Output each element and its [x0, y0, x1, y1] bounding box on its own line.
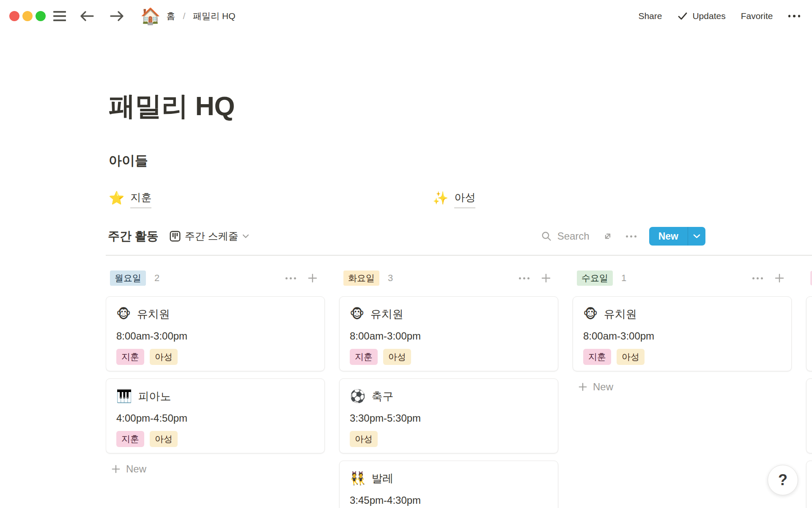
- board-card[interactable]: 🎹 피아노 4:00pm-4:50pm 지훈 아성: [106, 378, 325, 453]
- column-label-tag: [810, 271, 812, 285]
- view-name: 주간 스케줄: [185, 229, 239, 243]
- column-more-icon[interactable]: [285, 277, 296, 279]
- person-tag: 지훈: [116, 349, 144, 365]
- monkey-emoji-icon: 🐵: [583, 307, 598, 321]
- card-title: 유치원: [137, 307, 170, 321]
- topbar-actions: Share Updates Favorite: [638, 11, 800, 22]
- share-button[interactable]: Share: [638, 11, 662, 21]
- card-time: 3:45pm-4:30pm: [350, 494, 548, 507]
- updates-label: Updates: [692, 11, 725, 21]
- more-options-icon[interactable]: [788, 15, 801, 17]
- breadcrumb-current-page[interactable]: 패밀리 HQ: [193, 10, 235, 22]
- column-label-tag: 월요일: [110, 271, 146, 286]
- minimize-window-button[interactable]: [22, 11, 33, 21]
- column-add-icon[interactable]: [307, 273, 318, 284]
- soccer-ball-emoji-icon: ⚽: [350, 389, 365, 403]
- board-card[interactable]: 🐵 유치원 8:00am-3:00pm 지훈 아성: [573, 296, 792, 371]
- board-view: 월요일 2 🐵 유치원 8:00am-3:00pm 지훈 아성 🎹 피아노: [106, 267, 812, 508]
- person-tag: 지훈: [350, 349, 378, 365]
- person-tag: 지훈: [116, 431, 144, 447]
- chevron-down-icon: [242, 234, 249, 238]
- expand-view-icon[interactable]: [602, 231, 613, 242]
- collection-more-icon[interactable]: [626, 235, 636, 237]
- breadcrumb-separator: /: [183, 11, 185, 21]
- add-card-button[interactable]: New: [106, 462, 325, 476]
- dancers-emoji-icon: 👯: [350, 471, 365, 486]
- column-count: 2: [154, 273, 159, 284]
- child-page-links: ⭐ 지훈 ✨ 아성: [109, 188, 757, 208]
- sidebar-menu-icon[interactable]: [53, 11, 66, 21]
- collection-divider: [106, 255, 812, 256]
- search-button[interactable]: Search: [541, 230, 590, 242]
- card-time: 4:00pm-4:50pm: [116, 412, 314, 425]
- home-page-icon: 🏠: [140, 7, 160, 25]
- column-count: 3: [388, 273, 393, 284]
- card-time: 3:30pm-5:30pm: [350, 412, 548, 425]
- view-selector[interactable]: 주간 스케줄: [170, 229, 250, 243]
- column-header: 수요일 1: [573, 270, 792, 286]
- column-header: 월요일 2: [106, 270, 325, 286]
- board-card[interactable]: 🐵 유치원 8:00am-3:00pm 지훈 아성: [106, 296, 325, 371]
- card-time: 8:00am-3:00pm: [116, 330, 314, 342]
- board-column-tuesday: 화요일 3 🐵 유치원 8:00am-3:00pm 지훈 아성 ⚽ 축구: [339, 267, 558, 508]
- card-time: 8:00am-3:00pm: [350, 330, 548, 342]
- star-icon: ⭐: [109, 189, 124, 207]
- board-card[interactable]: 🐵 유치원 8:00am-3:00pm 지훈 아성: [339, 296, 558, 371]
- monkey-emoji-icon: 🐵: [116, 307, 131, 321]
- column-label-tag: 수요일: [577, 271, 613, 286]
- favorite-button[interactable]: Favorite: [741, 11, 773, 21]
- board-column-wednesday: 수요일 1 🐵 유치원 8:00am-3:00pm 지훈 아성 New: [573, 267, 792, 508]
- board-view-icon: [170, 231, 181, 242]
- page-link-jihoon[interactable]: ⭐ 지훈: [109, 188, 151, 208]
- person-tag: 아성: [383, 349, 411, 365]
- add-card-label: New: [126, 463, 146, 475]
- column-count: 1: [621, 273, 626, 284]
- board-card[interactable]: [806, 378, 812, 453]
- collection-header: 주간 활동 주간 스케줄 Search New: [108, 224, 705, 249]
- search-label: Search: [557, 230, 590, 242]
- page-link-label: 아성: [454, 188, 475, 208]
- breadcrumb: 🏠 홈 / 패밀리 HQ: [125, 7, 236, 25]
- window-topbar: 🏠 홈 / 패밀리 HQ Share Updates Favorite: [0, 0, 812, 32]
- search-icon: [541, 231, 552, 242]
- updates-button[interactable]: Updates: [677, 11, 725, 22]
- board-column-monday: 월요일 2 🐵 유치원 8:00am-3:00pm 지훈 아성 🎹 피아노: [106, 267, 325, 508]
- column-label-tag: 화요일: [343, 271, 379, 286]
- board-card[interactable]: 👯 발레 3:45pm-4:30pm: [339, 461, 558, 508]
- column-add-icon[interactable]: [774, 273, 785, 284]
- card-time: 8:00am-3:00pm: [583, 330, 781, 342]
- add-card-label: New: [593, 381, 613, 393]
- card-title: 유치원: [604, 307, 637, 321]
- window-controls: [9, 11, 46, 21]
- board-card[interactable]: ⚽ 축구 3:30pm-5:30pm 아성: [339, 378, 558, 453]
- monkey-emoji-icon: 🐵: [350, 307, 365, 321]
- new-button[interactable]: New: [649, 227, 705, 246]
- back-arrow-icon[interactable]: [79, 9, 96, 23]
- new-button-label[interactable]: New: [649, 227, 688, 246]
- new-button-chevron-icon[interactable]: [688, 227, 705, 246]
- person-tag: 아성: [617, 349, 645, 365]
- collection-title[interactable]: 주간 활동: [108, 228, 159, 244]
- page-link-aseong[interactable]: ✨ 아성: [433, 188, 475, 208]
- column-more-icon[interactable]: [752, 277, 763, 279]
- breadcrumb-home[interactable]: 홈: [166, 10, 175, 22]
- check-icon: [677, 11, 688, 22]
- board-card[interactable]: [806, 296, 812, 371]
- column-add-icon[interactable]: [540, 273, 551, 284]
- forward-arrow-icon[interactable]: [108, 9, 125, 23]
- close-window-button[interactable]: [9, 11, 19, 21]
- column-header: 화요일 3: [339, 270, 558, 286]
- board-card[interactable]: [806, 461, 812, 508]
- page-title[interactable]: 패밀리 HQ: [109, 88, 235, 124]
- card-title: 피아노: [138, 389, 171, 403]
- person-tag: 아성: [350, 431, 378, 447]
- person-tag: 지훈: [583, 349, 611, 365]
- section-heading[interactable]: 아이들: [109, 152, 148, 170]
- plus-icon: [111, 464, 121, 474]
- column-more-icon[interactable]: [519, 277, 529, 279]
- add-card-button[interactable]: New: [573, 380, 792, 394]
- help-button[interactable]: ?: [768, 465, 798, 495]
- board-column-partial: [806, 267, 812, 508]
- plus-icon: [578, 382, 588, 392]
- zoom-window-button[interactable]: [36, 11, 46, 21]
